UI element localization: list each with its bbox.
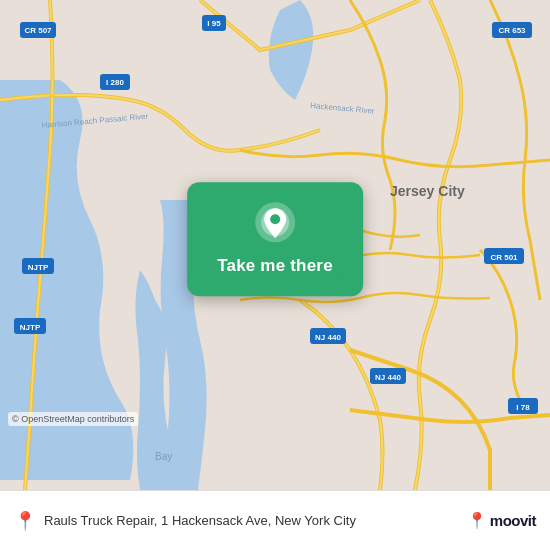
svg-text:NJTP: NJTP <box>20 323 41 332</box>
location-pin-icon <box>253 200 297 244</box>
svg-text:NJ 440: NJ 440 <box>375 373 401 382</box>
location-card: Take me there <box>187 182 363 296</box>
svg-text:NJTP: NJTP <box>28 263 49 272</box>
svg-text:CR 507: CR 507 <box>24 26 52 35</box>
moovit-logo: 📍 moovit <box>467 511 536 530</box>
map-attribution: © OpenStreetMap contributors <box>8 412 138 426</box>
svg-point-27 <box>270 214 280 224</box>
location-pin-icon: 📍 <box>14 510 36 532</box>
svg-text:CR 501: CR 501 <box>490 253 518 262</box>
moovit-brand-text: moovit <box>490 512 536 529</box>
svg-text:Jersey City: Jersey City <box>390 183 465 199</box>
map-container: I 95 I 280 CR 507 CR 653 NJTP NJTP NJ 44… <box>0 0 550 490</box>
location-address: Rauls Truck Repair, 1 Hackensack Ave, Ne… <box>44 513 459 528</box>
svg-text:Bay: Bay <box>155 451 172 462</box>
take-me-there-button[interactable]: Take me there <box>211 252 339 280</box>
svg-text:I 78: I 78 <box>516 403 530 412</box>
svg-text:CR 653: CR 653 <box>498 26 526 35</box>
moovit-pin-icon: 📍 <box>467 511 487 530</box>
svg-text:NJ 440: NJ 440 <box>315 333 341 342</box>
svg-text:I 280: I 280 <box>106 78 124 87</box>
svg-text:I 95: I 95 <box>207 19 221 28</box>
bottom-bar: 📍 Rauls Truck Repair, 1 Hackensack Ave, … <box>0 490 550 550</box>
